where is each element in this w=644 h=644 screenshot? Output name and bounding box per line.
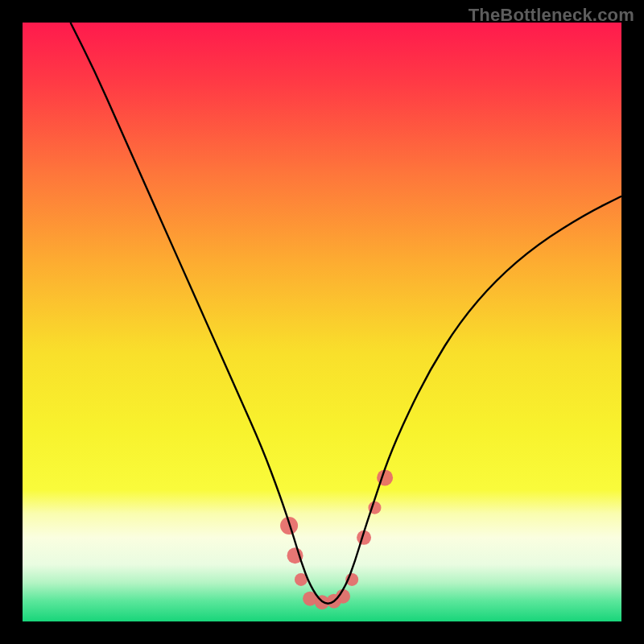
chart-frame: TheBottleneck.com [0,0,644,644]
bottleneck-chart [23,23,621,621]
plot-area [23,23,621,621]
